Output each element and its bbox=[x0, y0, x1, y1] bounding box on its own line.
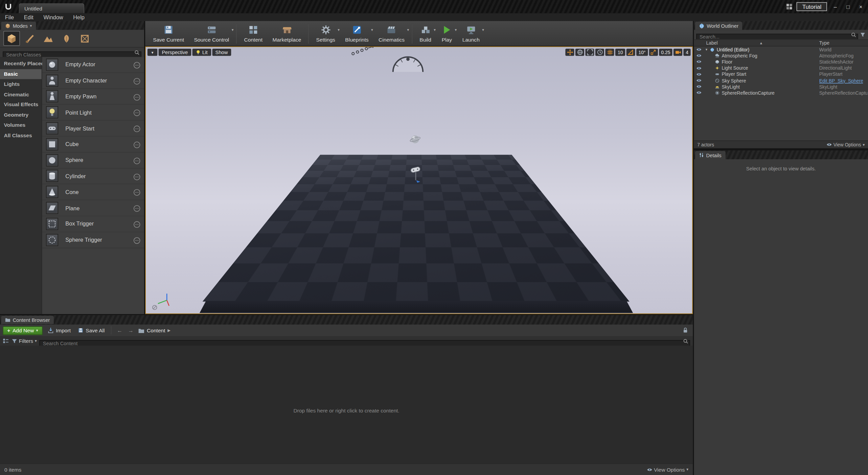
item-sphere-trigger[interactable]: Sphere Trigger bbox=[42, 232, 144, 248]
outliner-column-header[interactable]: Label ▲ Type bbox=[694, 39, 868, 46]
drag-grip-icon[interactable] bbox=[133, 237, 141, 244]
grid-snap-button[interactable] bbox=[606, 49, 614, 56]
visibility-eye-icon[interactable] bbox=[694, 91, 704, 95]
place-mode-button[interactable] bbox=[3, 31, 20, 46]
drag-grip-icon[interactable] bbox=[133, 109, 141, 117]
add-new-button[interactable]: + Add New ▾ bbox=[3, 326, 42, 335]
close-button[interactable]: × bbox=[856, 4, 865, 10]
viewport[interactable]: ▼ Perspective Lit Show 10 10° 0.25 bbox=[145, 46, 693, 314]
dropdown-caret-icon[interactable]: ▾ bbox=[434, 27, 436, 32]
sun-widget[interactable] bbox=[389, 53, 428, 74]
outliner-filter-icon[interactable] bbox=[860, 31, 866, 38]
item-cube[interactable]: Cube bbox=[42, 137, 144, 152]
dropdown-caret-icon[interactable]: ▾ bbox=[455, 27, 457, 32]
menu-help[interactable]: Help bbox=[68, 14, 89, 20]
rotation-snap-value[interactable]: 10° bbox=[636, 49, 648, 56]
dropdown-caret-icon[interactable]: ▾ bbox=[407, 27, 409, 32]
visibility-eye-icon[interactable] bbox=[694, 54, 704, 57]
grid-snap-value[interactable]: 10 bbox=[615, 49, 625, 56]
tutorial-button[interactable]: Tutorial bbox=[797, 2, 827, 11]
item-player-start[interactable]: Player Start bbox=[42, 121, 144, 137]
item-empty-pawn[interactable]: Empty Pawn bbox=[42, 89, 144, 105]
save-all-button[interactable]: Save All bbox=[76, 327, 107, 333]
visibility-eye-icon[interactable] bbox=[694, 72, 704, 76]
settings-button[interactable]: Settings ▾ bbox=[311, 22, 340, 45]
outliner-row[interactable]: Sky Sphere Edit BP_Sky_Sphere bbox=[694, 77, 868, 84]
expander-icon[interactable]: ▾ bbox=[704, 47, 709, 52]
drag-grip-icon[interactable] bbox=[133, 189, 141, 196]
category-cinematic[interactable]: Cinematic bbox=[0, 89, 42, 99]
build-button[interactable]: Build ▾ bbox=[415, 22, 436, 45]
reflection-capture-gizmo[interactable] bbox=[409, 133, 421, 145]
blueprints-button[interactable]: Blueprints ▾ bbox=[340, 22, 374, 45]
drag-grip-icon[interactable] bbox=[133, 62, 141, 69]
move-tool-button[interactable] bbox=[566, 49, 574, 56]
camera-speed-value[interactable]: 4 bbox=[684, 49, 691, 56]
outliner-row[interactable]: Light Source DirectionalLight bbox=[694, 65, 868, 71]
category-all-classes[interactable]: All Classes bbox=[0, 130, 42, 140]
dock-lock-icon[interactable] bbox=[682, 327, 688, 334]
rotation-snap-button[interactable] bbox=[626, 49, 635, 56]
visibility-eye-icon[interactable] bbox=[694, 78, 704, 82]
category-geometry[interactable]: Geometry bbox=[0, 110, 42, 120]
show-button[interactable]: Show bbox=[212, 49, 231, 56]
dropdown-caret-icon[interactable]: ▾ bbox=[371, 27, 373, 32]
source-control-button[interactable]: Source Control ▾ bbox=[189, 22, 234, 45]
sort-asc-icon[interactable]: ▲ bbox=[759, 41, 763, 45]
content-browser-tab[interactable]: Content Browser bbox=[1, 316, 54, 324]
player-start-actor[interactable] bbox=[409, 165, 423, 185]
breadcrumb-arrow-icon[interactable]: ▶ bbox=[167, 328, 170, 333]
outliner-row[interactable]: SphereReflectionCapture SphereReflection… bbox=[694, 90, 868, 96]
visibility-eye-icon[interactable] bbox=[694, 48, 704, 51]
category-volumes[interactable]: Volumes bbox=[0, 120, 42, 130]
outliner-row[interactable]: Atmospheric Fog AtmosphericFog bbox=[694, 53, 868, 59]
drag-grip-icon[interactable] bbox=[133, 141, 141, 149]
item-sphere[interactable]: Sphere bbox=[42, 152, 144, 168]
document-tab[interactable]: Untitled bbox=[19, 3, 84, 13]
paint-mode-button[interactable] bbox=[22, 31, 38, 46]
world-coordinate-button[interactable] bbox=[575, 49, 584, 56]
world-outliner-tab[interactable]: World Outliner bbox=[695, 22, 743, 30]
item-box-trigger[interactable]: Box Trigger bbox=[42, 216, 144, 232]
foliage-mode-button[interactable] bbox=[58, 31, 75, 46]
menu-window[interactable]: Window bbox=[39, 14, 68, 20]
dropdown-caret-icon[interactable]: ▾ bbox=[482, 27, 484, 32]
drag-grip-icon[interactable] bbox=[133, 157, 141, 165]
drag-grip-icon[interactable] bbox=[133, 77, 141, 85]
dropdown-caret-icon[interactable]: ▾ bbox=[338, 27, 340, 32]
breadcrumb[interactable]: Content ▶ bbox=[138, 327, 170, 333]
visibility-eye-icon[interactable] bbox=[694, 60, 704, 64]
details-tab[interactable]: Details bbox=[695, 151, 725, 160]
import-button[interactable]: Import bbox=[46, 327, 72, 333]
realtime-button[interactable] bbox=[595, 49, 604, 56]
item-point-light[interactable]: Point Light bbox=[42, 105, 144, 121]
content-button[interactable]: Content bbox=[239, 22, 268, 45]
item-plane[interactable]: Plane bbox=[42, 200, 144, 216]
light-direction-widget[interactable] bbox=[350, 46, 375, 56]
menu-file[interactable]: File bbox=[0, 14, 19, 20]
visibility-eye-icon[interactable] bbox=[694, 85, 704, 89]
viewport-options-button[interactable]: ▼ bbox=[147, 49, 157, 56]
category-recently-placed[interactable]: Recently Placed bbox=[0, 58, 42, 69]
item-cone[interactable]: Cone bbox=[42, 184, 144, 200]
category-lights[interactable]: Lights bbox=[0, 79, 42, 89]
outliner-row[interactable]: Player Start PlayerStart bbox=[694, 71, 868, 77]
drag-grip-icon[interactable] bbox=[133, 93, 141, 101]
column-type[interactable]: Type bbox=[819, 40, 829, 46]
scale-snap-value[interactable]: 0.25 bbox=[659, 49, 672, 56]
content-view-options-button[interactable]: View Options ▾ bbox=[647, 467, 688, 473]
back-button[interactable]: ← bbox=[116, 327, 123, 333]
play-button[interactable]: Play ▾ bbox=[436, 22, 457, 45]
launch-button[interactable]: Launch ▾ bbox=[457, 22, 485, 45]
save-current-button[interactable]: Save Current bbox=[148, 22, 189, 45]
perspective-button[interactable]: Perspective bbox=[159, 49, 191, 56]
drag-grip-icon[interactable] bbox=[133, 221, 141, 229]
view-mode-icon[interactable] bbox=[3, 338, 9, 344]
dropdown-caret-icon[interactable]: ▾ bbox=[232, 27, 234, 32]
forward-button[interactable]: → bbox=[127, 327, 135, 333]
outliner-row[interactable]: ▾ Untitled (Editor) World bbox=[694, 46, 868, 52]
scale-snap-button[interactable] bbox=[649, 49, 658, 56]
minimize-button[interactable]: – bbox=[831, 4, 840, 10]
modes-tab[interactable]: Modes ▾ bbox=[1, 22, 36, 30]
category-basic[interactable]: Basic bbox=[0, 69, 42, 79]
